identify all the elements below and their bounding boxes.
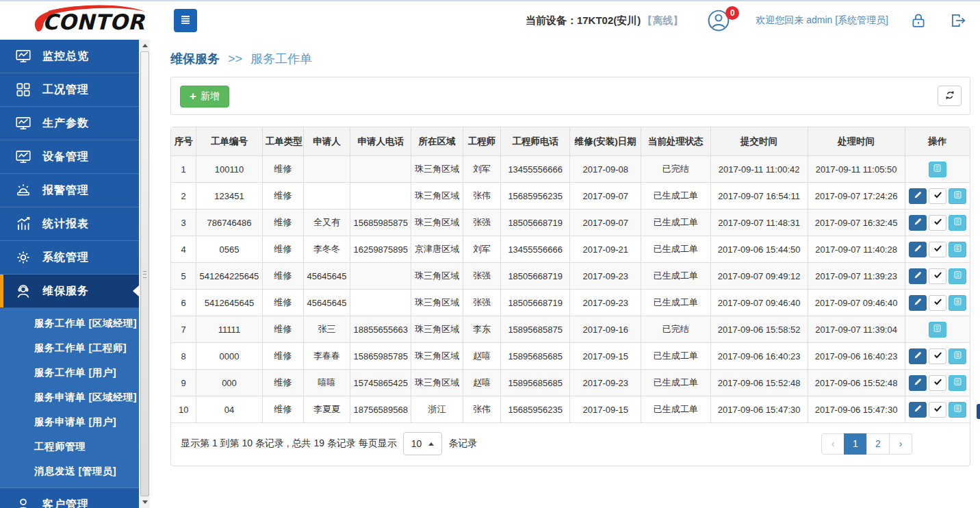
confirm-button[interactable] (929, 402, 946, 418)
check-icon (933, 270, 943, 282)
cell-repair-date: 2017-09-23 (570, 263, 641, 290)
list-icon (953, 350, 963, 362)
sidebar-nav: 监控总览工况管理生产参数设备管理报警管理统计报表系统管理维保服务服务工作单 [区… (0, 40, 139, 508)
edit-button[interactable] (909, 295, 927, 311)
edit-button[interactable] (909, 242, 927, 257)
side-panel-toggle[interactable] (977, 404, 980, 419)
view-button[interactable] (949, 268, 966, 284)
sidebar-item-monitor-overview[interactable]: 监控总览 (0, 40, 139, 73)
col-header-engineer-phone: 工程师电话 (500, 127, 570, 156)
confirm-button[interactable] (929, 375, 946, 391)
cell-status: 已生成工单 (641, 263, 711, 290)
scrollbar-down-button[interactable] (140, 496, 150, 508)
edit-button[interactable] (909, 375, 927, 391)
next-page-button[interactable]: › (889, 433, 912, 455)
sidebar-item-label: 工况管理 (42, 83, 89, 97)
cell-index: 5 (171, 263, 196, 290)
view-button[interactable] (929, 162, 946, 177)
view-button[interactable] (949, 295, 966, 311)
sidebar-item-maintenance-service[interactable]: 维保服务 (0, 275, 139, 308)
refresh-button[interactable] (938, 86, 962, 106)
cell-order-type: 维修 (262, 183, 303, 209)
headset-icon (14, 282, 32, 300)
cell-index: 7 (171, 316, 196, 343)
col-header-index: 序号 (171, 127, 196, 156)
submenu-item-message-send-admin[interactable]: 消息发送 [管理员] (0, 459, 139, 483)
col-header-repair-date: 维修(安装)日期 (570, 127, 641, 156)
work-order-table: 序号工单编号工单类型申请人申请人电话所在区域工程师工程师电话维修(安装)日期当前… (170, 127, 970, 423)
view-button[interactable] (949, 402, 966, 418)
view-button[interactable] (949, 348, 966, 364)
actions-cell (905, 290, 970, 316)
sidebar-item-device-mgmt[interactable]: 设备管理 (0, 140, 139, 174)
cell-applicant (303, 156, 350, 183)
cell-region: 珠三角区域 (411, 343, 463, 370)
check-icon (933, 296, 943, 309)
submenu-item-work-order-user[interactable]: 服务工作单 [用户] (0, 360, 139, 385)
pagination-info: 显示第 1 到第 10 条记录 , 总共 19 条记录 每页显示 10 条记录 (181, 432, 477, 455)
submenu-item-engineer-mgmt[interactable]: 工程师管理 (0, 434, 139, 459)
view-button[interactable] (949, 375, 966, 391)
cell-submit-time: 2017-09-07 09:46:40 (710, 290, 808, 316)
confirm-button[interactable] (929, 242, 946, 257)
sidebar-item-alarm-mgmt[interactable]: 报警管理 (0, 174, 139, 207)
list-icon (953, 216, 963, 229)
submenu-item-request-user[interactable]: 服务申请单 [用户] (0, 409, 139, 434)
table-row: 40565维修李冬冬16259875895京津唐区域刘军134555566662… (171, 236, 970, 263)
welcome-user-link[interactable]: 欢迎您回来 admin [系统管理员] (756, 14, 888, 27)
add-button[interactable]: + 新增 (180, 86, 229, 107)
submenu-item-work-order-engineer[interactable]: 服务工作单 [工程师] (0, 335, 139, 360)
table-row: 711111维修张三18855655663珠三角区域李东158956858752… (171, 316, 970, 343)
edit-button[interactable] (909, 215, 927, 231)
view-button[interactable] (949, 188, 966, 204)
sidebar-item-stats-report[interactable]: 统计报表 (0, 207, 139, 241)
sidebar-item-label: 维保服务 (42, 284, 89, 299)
list-icon (953, 190, 963, 202)
view-button[interactable] (929, 322, 946, 338)
confirm-button[interactable] (929, 215, 946, 231)
confirm-button[interactable] (929, 188, 946, 204)
scrollbar-up-button[interactable] (140, 40, 150, 51)
sidebar-scrollbar[interactable] (139, 40, 150, 508)
sidebar-item-label: 系统管理 (42, 251, 89, 265)
sidebar-item-production-params[interactable]: 生产参数 (0, 107, 139, 140)
logout-button[interactable] (949, 11, 968, 30)
cell-applicant-phone (350, 290, 411, 316)
page-button-1[interactable]: 1 (844, 433, 867, 455)
sidebar-item-system-mgmt[interactable]: 系统管理 (0, 241, 139, 275)
submenu-item-work-order-region-manager[interactable]: 服务工作单 [区域经理] (0, 311, 139, 335)
alarm-icon (14, 181, 32, 199)
notifications-button[interactable]: 0 (706, 8, 731, 33)
submenu-item-request-region-manager[interactable]: 服务申请单 [区域经理] (0, 385, 139, 409)
page-button-2[interactable]: 2 (866, 433, 890, 455)
list-icon (932, 163, 942, 175)
edit-button[interactable] (909, 402, 927, 418)
edit-button[interactable] (909, 268, 927, 284)
lock-screen-button[interactable] (909, 11, 928, 30)
prev-page-button[interactable]: ‹ (821, 433, 844, 455)
page-size-select[interactable]: 10 (403, 432, 443, 455)
confirm-button[interactable] (929, 348, 946, 364)
view-button[interactable] (949, 215, 966, 231)
view-button[interactable] (949, 242, 966, 257)
cell-repair-date: 2017-09-07 (570, 183, 641, 209)
edit-button[interactable] (909, 348, 927, 364)
table-row: 5541264225645维修45645645珠三角区域张强1850566871… (171, 263, 970, 290)
caret-up-icon (428, 442, 434, 446)
sidebar-item-customer-mgmt[interactable]: 客户管理 (0, 488, 139, 508)
scrollbar-thumb[interactable] (140, 51, 149, 496)
breadcrumb-parent[interactable]: 维保服务 (170, 52, 220, 66)
pencil-icon (913, 190, 923, 202)
edit-button[interactable] (909, 188, 927, 204)
hamburger-icon (178, 12, 193, 29)
sidebar-item-label: 客户管理 (42, 498, 89, 508)
confirm-button[interactable] (929, 268, 946, 284)
monitor-chart-icon (14, 148, 32, 166)
add-button-label: 新增 (201, 90, 220, 103)
cell-repair-date: 2017-09-15 (570, 396, 641, 423)
confirm-button[interactable] (929, 295, 946, 311)
plus-icon: + (190, 92, 196, 101)
sidebar-item-condition-mgmt[interactable]: 工况管理 (0, 73, 139, 107)
sidebar-toggle-button[interactable] (174, 9, 197, 32)
cell-order-no: 786746486 (196, 209, 262, 236)
